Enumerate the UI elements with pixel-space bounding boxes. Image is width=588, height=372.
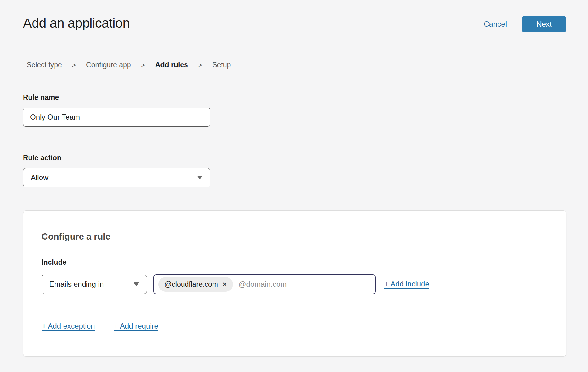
breadcrumb: Select type > Configure app > Add rules …	[27, 61, 231, 69]
add-require-link[interactable]: + Add require	[114, 322, 158, 330]
breadcrumb-separator-icon: >	[72, 61, 76, 69]
chip-remove-icon[interactable]: ✕	[222, 282, 227, 287]
header-actions: Cancel Next	[484, 16, 566, 32]
include-label: Include	[42, 258, 67, 267]
rule-name-input[interactable]	[23, 108, 210, 127]
page-title: Add an application	[23, 16, 130, 31]
add-exception-link[interactable]: + Add exception	[42, 322, 95, 330]
email-domain-chip-input[interactable]: @cloudflare.com ✕	[153, 274, 376, 294]
chip-label: @cloudflare.com	[165, 280, 218, 289]
step-add-rules[interactable]: Add rules	[155, 61, 188, 69]
rule-name-label: Rule name	[23, 93, 59, 102]
breadcrumb-separator-icon: >	[141, 61, 145, 69]
card-title: Configure a rule	[42, 232, 110, 242]
chevron-down-icon	[134, 282, 139, 286]
rule-action-select[interactable]: Allow	[23, 168, 210, 187]
rule-action-selected-value: Allow	[31, 173, 48, 182]
email-domain-text-input[interactable]	[239, 280, 371, 289]
configure-rule-card: Configure a rule Include Emails ending i…	[23, 210, 566, 357]
next-button[interactable]: Next	[522, 16, 566, 32]
step-select-type[interactable]: Select type	[27, 61, 62, 69]
breadcrumb-separator-icon: >	[198, 61, 202, 69]
add-include-link[interactable]: + Add include	[384, 280, 429, 288]
chevron-down-icon	[197, 176, 203, 179]
rule-extra-links: + Add exception + Add require	[42, 322, 158, 330]
step-setup[interactable]: Setup	[212, 61, 231, 69]
rule-action-label: Rule action	[23, 154, 61, 162]
cancel-button[interactable]: Cancel	[484, 20, 507, 29]
email-domain-chip: @cloudflare.com ✕	[158, 277, 233, 292]
include-selector-select[interactable]: Emails ending in	[42, 275, 147, 294]
step-configure-app[interactable]: Configure app	[86, 61, 131, 69]
include-selector-value: Emails ending in	[49, 280, 104, 289]
